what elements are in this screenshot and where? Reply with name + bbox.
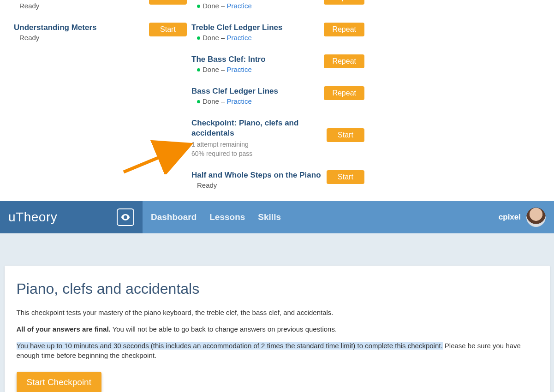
practice-link[interactable]: Practice <box>227 2 252 10</box>
repeat-button[interactable]: Repeat <box>324 23 364 36</box>
nav-dashboard[interactable]: Dashboard <box>151 212 197 222</box>
lesson-status: Ready <box>191 181 322 189</box>
lesson-item: Compound Meters Ready Start <box>14 0 187 10</box>
checkpoint-time-info: You have up to 10 minutes and 30 seconds… <box>17 341 538 361</box>
avatar[interactable] <box>526 208 546 227</box>
lesson-item: Half and Whole Steps on the Piano Ready … <box>191 170 364 189</box>
start-button[interactable]: Start <box>149 0 187 5</box>
start-button[interactable]: Start <box>149 23 187 36</box>
nav-skills[interactable]: Skills <box>258 212 281 222</box>
navbar: uTheory Dashboard Lessons Skills cpixel <box>0 201 554 233</box>
lesson-item: Bass Clef Ledger Lines Done – Practice R… <box>191 86 364 105</box>
lesson-status: Done – Practice <box>191 2 319 10</box>
lesson-item: Understanding Meters Ready Start <box>14 23 187 42</box>
lesson-item: The Bass Clef: Intro Done – Practice Rep… <box>191 54 364 73</box>
nav-lessons[interactable]: Lessons <box>209 212 245 222</box>
start-button[interactable]: Start <box>327 170 364 184</box>
eye-icon <box>120 212 131 223</box>
done-dot-icon <box>197 36 200 40</box>
checkpoint-panel: Piano, clefs and accidentals This checkp… <box>5 266 550 392</box>
checkpoint-title: Piano, clefs and accidentals <box>17 280 538 297</box>
lesson-status: Done – Practice <box>191 65 319 73</box>
lesson-status: Done – Practice <box>191 34 319 42</box>
preview-eye-button[interactable] <box>117 208 134 226</box>
practice-link[interactable]: Practice <box>227 97 252 105</box>
checkpoint-pass-req: 60% required to pass <box>191 150 322 157</box>
lesson-title: Compound Meters <box>14 0 144 1</box>
checkpoint-attempts: 1 attempt remaining <box>191 141 322 148</box>
lesson-status: Ready <box>14 34 144 42</box>
checkpoint-final-warning: All of your answers are final. You will … <box>17 324 538 334</box>
repeat-button[interactable]: Repeat <box>324 54 364 68</box>
done-dot-icon <box>197 68 200 71</box>
lesson-title: Half and Whole Steps on the Piano <box>191 170 322 180</box>
repeat-button[interactable]: Repeat <box>324 0 364 5</box>
repeat-button[interactable]: Repeat <box>324 86 364 100</box>
lesson-title: Bass Clef Ledger Lines <box>191 86 319 96</box>
lesson-title: The Bass Clef: Intro <box>191 54 319 65</box>
start-button[interactable]: Start <box>327 128 364 142</box>
logo[interactable]: uTheory <box>8 210 57 225</box>
done-dot-icon <box>197 100 200 103</box>
lesson-title: Double Accidentals <box>191 0 319 1</box>
checkpoint-desc: This checkpoint tests your mastery of th… <box>17 308 538 318</box>
checkpoint-item: Checkpoint: Piano, clefs and accidentals… <box>191 118 364 157</box>
done-dot-icon <box>197 5 200 8</box>
start-checkpoint-button[interactable]: Start Checkpoint <box>17 372 101 392</box>
svg-point-1 <box>125 216 126 218</box>
practice-link[interactable]: Practice <box>227 65 252 73</box>
lesson-title: Treble Clef Ledger Lines <box>191 23 319 33</box>
lesson-item: Double Accidentals Done – Practice Repea… <box>191 0 364 10</box>
username[interactable]: cpixel <box>499 213 521 222</box>
lesson-item: Treble Clef Ledger Lines Done – Practice… <box>191 23 364 42</box>
lesson-status: Ready <box>14 2 144 10</box>
lesson-title: Understanding Meters <box>14 23 144 33</box>
lesson-status: Done – Practice <box>191 97 319 105</box>
lesson-title: Checkpoint: Piano, clefs and accidentals <box>191 118 322 138</box>
practice-link[interactable]: Practice <box>227 34 252 42</box>
